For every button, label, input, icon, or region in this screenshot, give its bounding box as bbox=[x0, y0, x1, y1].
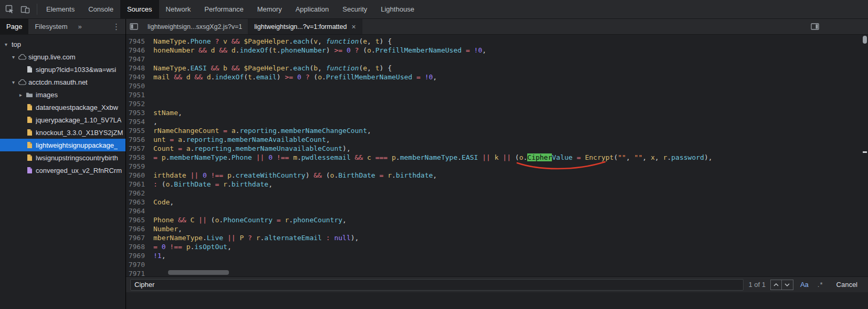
code-line: 7958= p.memberNameType.Phone || 0 !== m.… bbox=[126, 153, 868, 162]
code-text bbox=[150, 207, 153, 215]
tab-application[interactable]: Application bbox=[289, 0, 336, 18]
editor-tab-label: lightweightsign...sxsgXg2.js?v=1 bbox=[148, 23, 242, 30]
device-toolbar-icon[interactable] bbox=[17, 2, 33, 17]
tab-sources[interactable]: Sources bbox=[120, 0, 159, 18]
sidebar-tab-filesystem[interactable]: Filesystem bbox=[28, 19, 74, 34]
inspect-element-icon[interactable] bbox=[2, 2, 17, 17]
line-number: 7961 bbox=[126, 180, 150, 189]
line-number: 7967 bbox=[126, 233, 150, 242]
code-line: 7967mberNameType.Live || P ? r.alternate… bbox=[126, 233, 868, 242]
chevron-down-icon[interactable]: ▾ bbox=[9, 79, 17, 85]
code-line: 7945NameType.Phone ? v && $PageHelper.ea… bbox=[126, 37, 868, 46]
editor-pane[interactable]: 7945NameType.Phone ? v && $PageHelper.ea… bbox=[126, 35, 868, 276]
chevron-right-icon[interactable]: ▸ bbox=[17, 92, 25, 98]
code-text: NameType.Phone ? v && $PageHelper.each(v… bbox=[150, 37, 392, 46]
tab-performance[interactable]: Performance bbox=[197, 0, 250, 18]
search-result-count: 1 of 1 bbox=[748, 281, 766, 289]
editor-tabs: lightweightsign...sxsgXg2.js?v=1lightwei… bbox=[142, 19, 362, 34]
code-text: Code, bbox=[150, 198, 174, 207]
editor-tab-lightweightsign-v-1-formatted[interactable]: lightweightsign...?v=1:formatted× bbox=[248, 19, 362, 34]
navigator-tabbar: PageFilesystem » ⋮ bbox=[0, 19, 126, 35]
devtools-content: PageFilesystem » ⋮ ▾top▾signup.live.coms… bbox=[0, 19, 868, 309]
code-lines: 7945NameType.Phone ? v && $PageHelper.ea… bbox=[126, 35, 868, 276]
tab-security[interactable]: Security bbox=[336, 0, 374, 18]
line-number: 7959 bbox=[126, 162, 150, 171]
code-line: 7964 bbox=[126, 207, 868, 215]
chevron-down-icon[interactable]: ▾ bbox=[2, 42, 10, 47]
code-line: 7959 bbox=[126, 162, 868, 171]
code-line: 7953stName, bbox=[126, 108, 868, 117]
tab-network[interactable]: Network bbox=[159, 0, 198, 18]
tree-item-lwsignupstringscountrybirth[interactable]: lwsignupstringscountrybirth bbox=[0, 151, 126, 164]
tree-item-label: top bbox=[12, 40, 21, 48]
script-icon bbox=[25, 116, 34, 123]
cloud-icon bbox=[17, 79, 27, 85]
more-options-icon[interactable]: ⋮ bbox=[107, 19, 126, 34]
code-text bbox=[150, 81, 153, 90]
code-line: 7950 bbox=[126, 81, 868, 90]
previous-match-icon[interactable] bbox=[770, 280, 782, 290]
vertical-scrollbar-thumb[interactable] bbox=[863, 36, 867, 44]
toggle-debugger-panel-icon[interactable] bbox=[807, 19, 823, 34]
next-match-icon[interactable] bbox=[782, 280, 793, 290]
search-nav-buttons bbox=[770, 280, 793, 290]
toggle-navigator-icon[interactable] bbox=[126, 19, 142, 34]
code-text bbox=[150, 260, 153, 269]
code-line: 7963Code, bbox=[126, 198, 868, 207]
close-tab-icon[interactable]: × bbox=[351, 23, 355, 30]
code-text: Phone && C || (o.PhoneCountry = r.phoneC… bbox=[150, 215, 347, 224]
code-line: 7946honeNumber && d && d.indexOf(t.phone… bbox=[126, 46, 868, 55]
code-text: rNameChangeCount = a.reporting.memberNam… bbox=[150, 126, 371, 135]
code-text: mail && d && d.indexOf(t.email) >= 0 ? (… bbox=[150, 73, 437, 81]
code-text: unt = a.reporting.memberNameAvailableCou… bbox=[150, 135, 330, 144]
overflow-tabs-icon[interactable]: » bbox=[74, 19, 86, 34]
code-text: , bbox=[150, 117, 158, 126]
code-line: 7966Number, bbox=[126, 224, 868, 233]
tree-item-images[interactable]: ▸images bbox=[0, 88, 126, 101]
tree-item-signup-lcid-1033-wa-wsi[interactable]: signup?lcid=1033&wa=wsi bbox=[0, 63, 126, 76]
cloud-icon bbox=[17, 54, 27, 60]
tree-item-acctcdn-msauth-net[interactable]: ▾acctcdn.msauth.net bbox=[0, 76, 126, 88]
code-line: 7957Count = a.reporting.memberNameUnavai… bbox=[126, 144, 868, 153]
code-text bbox=[150, 162, 153, 171]
tree-item-top[interactable]: ▾top bbox=[0, 38, 126, 50]
toolbar-divider bbox=[37, 4, 37, 15]
editor-tabbar-spacer bbox=[362, 19, 807, 34]
code-text: !1, bbox=[150, 251, 165, 260]
horizontal-scrollbar-thumb[interactable] bbox=[168, 270, 229, 275]
tab-lighthouse[interactable]: Lighthouse bbox=[374, 0, 421, 18]
tree-item-datarequestpackage-xxbw[interactable]: datarequestpackage_Xxbw bbox=[0, 101, 126, 114]
cancel-button[interactable]: Cancel bbox=[830, 281, 864, 289]
code-line: 7969!1, bbox=[126, 251, 868, 260]
code-line: 7949mail && d && d.indexOf(t.email) >= 0… bbox=[126, 73, 868, 81]
tree-item-label: jquerypackage_1.10_5V7LA bbox=[36, 116, 121, 124]
tree-item-jquerypackage-1-10-5v7la[interactable]: jquerypackage_1.10_5V7LA bbox=[0, 114, 126, 126]
line-number: 7960 bbox=[126, 171, 150, 180]
code-line: 7956unt = a.reporting.memberNameAvailabl… bbox=[126, 135, 868, 144]
line-number: 7965 bbox=[126, 215, 150, 224]
tab-memory[interactable]: Memory bbox=[250, 0, 289, 18]
match-case-button[interactable]: Aa bbox=[798, 281, 811, 289]
code-text: irthdate || 0 !== p.createWithCountry) &… bbox=[150, 171, 437, 180]
tree-item-converged-ux-v2-rfnrcrm[interactable]: converged_ux_v2_RfnRCrm bbox=[0, 164, 126, 177]
code-text: = 0 !== p.isOptOut, bbox=[150, 242, 232, 251]
tabbar-spacer bbox=[86, 19, 107, 34]
tree-item-knockout-3-3-0-x1bys2jzm[interactable]: knockout_3.3.0_X1BYS2jZM bbox=[0, 126, 126, 139]
regex-button[interactable]: .* bbox=[815, 281, 825, 289]
code-text: : (o.BirthDate = r.birthdate, bbox=[150, 180, 273, 189]
tree-item-lightweightsignuppackage[interactable]: lightweightsignuppackage_ bbox=[0, 139, 126, 151]
search-input[interactable] bbox=[130, 279, 744, 291]
tab-console[interactable]: Console bbox=[81, 0, 120, 18]
search-match-highlight: Cipher bbox=[527, 153, 552, 161]
tab-elements[interactable]: Elements bbox=[39, 0, 81, 18]
line-number: 7969 bbox=[126, 251, 150, 260]
chevron-down-icon[interactable]: ▾ bbox=[9, 54, 17, 60]
tree-item-signup-live-com[interactable]: ▾signup.live.com bbox=[0, 50, 126, 63]
line-number: 7970 bbox=[126, 260, 150, 269]
sidebar-tab-page[interactable]: Page bbox=[0, 19, 28, 34]
script-icon bbox=[25, 141, 34, 149]
script-icon bbox=[25, 129, 34, 136]
code-line: 7955rNameChangeCount = a.reporting.membe… bbox=[126, 126, 868, 135]
editor-tab-lightweightsign-sxsgxg2-js-v-1[interactable]: lightweightsign...sxsgXg2.js?v=1 bbox=[142, 19, 248, 34]
search-result-scroll-marker bbox=[863, 151, 867, 153]
